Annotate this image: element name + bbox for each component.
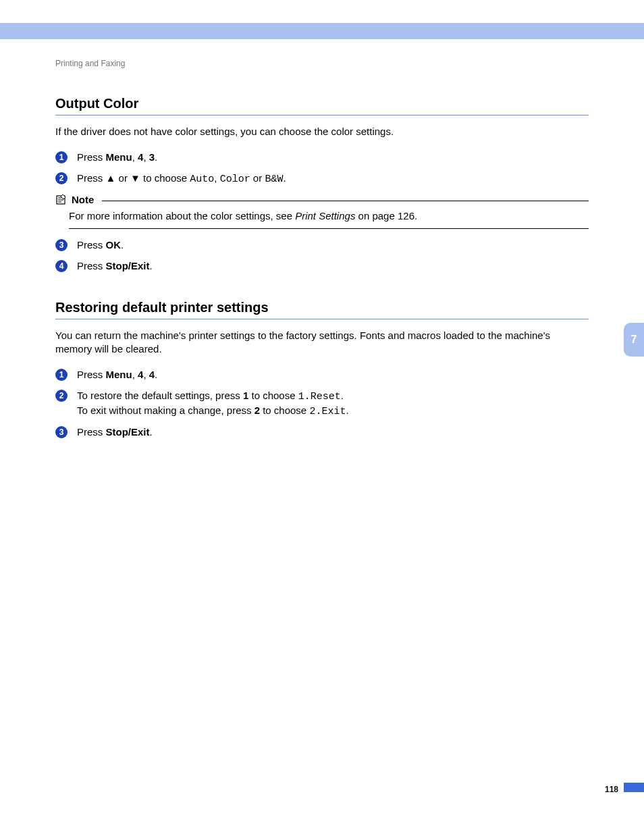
- text: Press: [77, 426, 106, 438]
- section-title-output-color: Output Color: [55, 95, 589, 115]
- text: To exit without making a change, press: [77, 405, 254, 416]
- step-number-icon: 4: [55, 260, 68, 272]
- text: on page 126.: [355, 210, 417, 221]
- text: ,: [132, 151, 138, 163]
- text: .: [121, 239, 124, 251]
- step-text: Press Stop/Exit.: [77, 259, 589, 273]
- text: ,: [214, 172, 219, 184]
- step-number-icon: 1: [55, 151, 68, 163]
- option-reset: 1.Reset: [298, 391, 341, 402]
- option-color: Color: [220, 174, 250, 185]
- step-text: Press Menu, 4, 3.: [77, 151, 589, 164]
- section2-step2: 2 To restore the default settings, press…: [55, 389, 589, 419]
- breadcrumb: Printing and Faxing: [55, 58, 589, 69]
- option-exit: 2.Exit: [309, 406, 346, 417]
- down-arrow-icon: ▼: [130, 172, 140, 184]
- key-3: 3: [149, 151, 155, 163]
- text: .: [341, 390, 344, 401]
- text: Press: [77, 239, 106, 251]
- text: to choose: [248, 390, 298, 401]
- note-rule-top: [102, 201, 589, 201]
- section1-step2: 2 Press ▲ or ▼ to choose Auto, Color or …: [55, 172, 589, 186]
- text: .: [155, 369, 157, 380]
- text: or: [250, 172, 265, 184]
- section1-intro: If the driver does not have color settin…: [55, 125, 589, 138]
- step-text: Press Menu, 4, 4.: [77, 368, 589, 382]
- text: Press: [77, 151, 106, 163]
- page-corner-bar: [624, 783, 644, 792]
- text: .: [346, 405, 348, 416]
- note-block: Note For more information about the colo…: [55, 193, 589, 230]
- key-2: 2: [254, 405, 260, 416]
- note-label: Note: [72, 193, 94, 207]
- text: Press: [77, 369, 106, 380]
- section1-step4: 4 Press Stop/Exit.: [55, 259, 589, 273]
- section1-step1: 1 Press Menu, 4, 3.: [55, 151, 589, 164]
- text: For more information about the color set…: [69, 210, 295, 221]
- header-bar: [0, 23, 644, 39]
- section2-step1: 1 Press Menu, 4, 4.: [55, 368, 589, 382]
- text: .: [150, 426, 153, 438]
- text: to choose: [260, 405, 309, 416]
- note-body: For more information about the color set…: [69, 209, 589, 229]
- step-number-icon: 3: [55, 239, 68, 251]
- text: to choose: [140, 172, 190, 184]
- text: .: [283, 172, 286, 184]
- text: Press: [77, 172, 106, 184]
- option-auto: Auto: [190, 174, 214, 185]
- text: ,: [143, 151, 149, 163]
- key-stop-exit: Stop/Exit: [106, 426, 150, 438]
- option-bw: B&W: [265, 174, 283, 185]
- page-content: Printing and Faxing Output Color If the …: [55, 58, 589, 446]
- section2-intro: You can return the machine's printer set…: [55, 329, 589, 357]
- key-stop-exit: Stop/Exit: [106, 260, 150, 271]
- key-4: 4: [149, 369, 155, 380]
- chapter-tab: 7: [624, 323, 644, 357]
- step-number-icon: 1: [55, 369, 68, 381]
- text: .: [155, 151, 157, 163]
- step-number-icon: 2: [55, 390, 68, 402]
- text: ,: [132, 369, 138, 380]
- step-text: Press OK.: [77, 238, 589, 252]
- note-icon: [55, 194, 68, 205]
- step-number-icon: 3: [55, 426, 68, 438]
- text: To restore the default settings, press: [77, 390, 243, 401]
- text: ,: [143, 369, 149, 380]
- section1-step3: 3 Press OK.: [55, 238, 589, 252]
- text: .: [150, 260, 153, 271]
- text: or: [115, 172, 130, 184]
- link-print-settings[interactable]: Print Settings: [295, 210, 355, 221]
- up-arrow-icon: ▲: [106, 172, 116, 184]
- step-text: Press Stop/Exit.: [77, 425, 589, 439]
- page-number: 118: [605, 784, 618, 795]
- key-menu: Menu: [106, 151, 132, 163]
- section2-step3: 3 Press Stop/Exit.: [55, 425, 589, 439]
- step-number-icon: 2: [55, 172, 68, 184]
- step-text: To restore the default settings, press 1…: [77, 389, 589, 419]
- section-title-restore-defaults: Restoring default printer settings: [55, 298, 589, 319]
- text: Press: [77, 260, 106, 271]
- key-ok: OK: [106, 239, 122, 251]
- step-text: Press ▲ or ▼ to choose Auto, Color or B&…: [77, 172, 589, 186]
- key-menu: Menu: [106, 369, 132, 380]
